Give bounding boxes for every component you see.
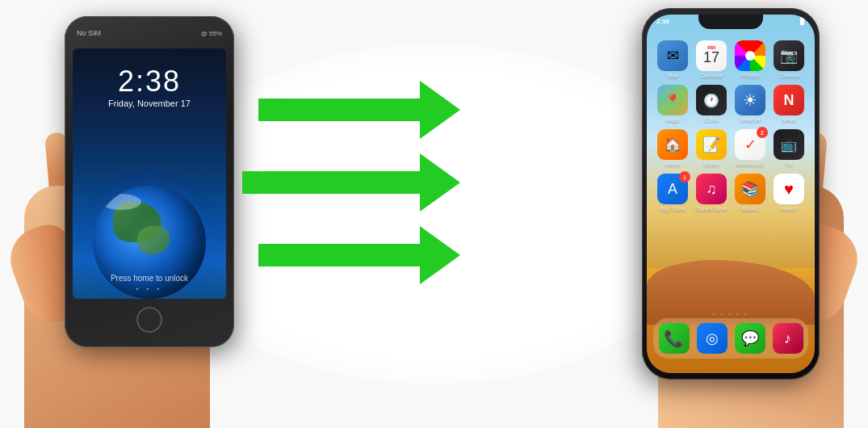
- app-weather-icon: ☀: [735, 85, 765, 115]
- dock-phone-icon: 📞: [659, 323, 690, 354]
- app-appstore[interactable]: A 1 App Store: [656, 174, 689, 212]
- app-photos[interactable]: Photos: [734, 40, 766, 78]
- app-itunes-label: iTunes Store: [695, 206, 727, 212]
- appstore-badge: 1: [679, 171, 690, 183]
- arrow-1-body: [258, 99, 420, 121]
- app-home-icon: 🏠: [657, 129, 688, 160]
- dock-music[interactable]: ♪: [772, 323, 803, 354]
- iphonex-screen: 2:38 ▊ ✉ Mail FRI: [647, 15, 815, 373]
- app-news-icon: N: [774, 85, 804, 115]
- app-maps[interactable]: 📍 Maps: [656, 85, 689, 123]
- app-tv-icon: 📺: [774, 129, 804, 160]
- dock-messages[interactable]: 💬: [734, 323, 765, 354]
- app-reminders-label: Reminders: [736, 162, 764, 167]
- app-maps-label: Maps: [665, 117, 679, 123]
- app-calendar-label: Calendar: [700, 73, 723, 78]
- iphonex-notch: [698, 15, 763, 29]
- app-ibooks-icon: 📚: [735, 174, 765, 204]
- transfer-arrows: [226, 65, 517, 307]
- app-notes-icon: 📝: [696, 129, 727, 160]
- app-home[interactable]: 🏠 Home: [656, 129, 689, 167]
- dock-music-icon: ♪: [773, 323, 803, 354]
- app-photos-icon: [735, 40, 765, 71]
- app-ibooks[interactable]: 📚 iBooks: [734, 174, 766, 212]
- dock-safari-icon: ◎: [697, 323, 728, 354]
- earth-cloud: [101, 194, 141, 210]
- arrow-2-body: [242, 171, 420, 194]
- app-reminders-icon: ✓ 2: [735, 129, 765, 160]
- app-weather-label: Weather: [740, 117, 761, 123]
- app-ibooks-label: iBooks: [741, 206, 758, 212]
- iphone7-body: No SIM @ 55% 2:38 Friday, November 17 Pr…: [65, 16, 234, 347]
- app-photos-label: Photos: [741, 73, 759, 78]
- arrow-1-head: [420, 81, 460, 139]
- unlock-text: Press home to unlock: [73, 274, 226, 283]
- reminders-badge: 2: [757, 127, 768, 138]
- app-calendar[interactable]: FRI 17 Calendar: [695, 40, 728, 78]
- app-camera-label: Camera: [779, 73, 799, 78]
- app-clock-label: Clock: [704, 117, 719, 123]
- dock-messages-icon: 💬: [735, 323, 765, 354]
- app-health-icon: ♥: [774, 174, 804, 204]
- app-appstore-icon: A 1: [657, 174, 688, 204]
- app-notes[interactable]: 📝 Notes: [695, 129, 728, 167]
- app-health[interactable]: ♥ Health: [773, 174, 805, 212]
- app-calendar-icon: FRI 17: [696, 40, 727, 71]
- app-mail-label: Mail: [668, 73, 678, 78]
- dock-phone[interactable]: 📞: [658, 323, 690, 354]
- app-mail-icon: ✉: [657, 40, 688, 71]
- app-camera[interactable]: 📷 Camera: [773, 40, 805, 78]
- arrow-3-body: [258, 244, 420, 266]
- app-news[interactable]: N News: [773, 85, 805, 123]
- page-dots: • • •: [73, 285, 226, 292]
- lock-date: Friday, November 17: [73, 99, 226, 108]
- app-mail[interactable]: ✉ Mail: [656, 40, 689, 78]
- app-home-label: Home: [665, 162, 681, 167]
- dock-safari[interactable]: ◎: [696, 323, 728, 354]
- iphonex: 2:38 ▊ ✉ Mail FRI: [642, 8, 820, 380]
- app-itunes[interactable]: ♫ iTunes Store: [695, 174, 728, 212]
- iphonex-battery-icon: ▊: [800, 18, 805, 25]
- app-tv-label: TV: [786, 162, 793, 167]
- app-clock-icon: 🕐: [696, 85, 727, 115]
- arrow-2: [242, 153, 460, 212]
- iphonex-time: 2:38: [656, 18, 669, 25]
- arrow-2-head: [420, 153, 460, 212]
- app-itunes-icon: ♫: [696, 174, 727, 204]
- lock-time: 2:38: [73, 65, 226, 99]
- arrow-1: [258, 81, 460, 139]
- app-clock[interactable]: 🕐 Clock: [695, 85, 728, 123]
- app-camera-icon: 📷: [774, 40, 804, 71]
- battery-indicator: @ 55%: [201, 30, 222, 37]
- app-tv[interactable]: 📺 TV: [773, 129, 805, 167]
- app-news-label: News: [782, 117, 796, 123]
- app-reminders[interactable]: ✓ 2 Reminders: [734, 129, 766, 167]
- iphone7-home-button[interactable]: [136, 307, 162, 333]
- arrow-3: [258, 226, 460, 284]
- earth-land-2: [137, 226, 170, 254]
- app-dock: 📞 ◎ 💬 ♪: [653, 318, 808, 359]
- scene: No SIM @ 55% 2:38 Friday, November 17 Pr…: [0, 0, 868, 428]
- app-appstore-label: App Store: [660, 206, 685, 212]
- iphonex-body: 2:38 ▊ ✉ Mail FRI: [642, 8, 820, 380]
- iphone7-screen: 2:38 Friday, November 17 Press home to u…: [73, 48, 226, 299]
- app-notes-label: Notes: [704, 162, 719, 167]
- home-screen-dots: • • • • •: [647, 312, 815, 317]
- app-health-label: Health: [781, 206, 797, 212]
- arrow-3-head: [420, 226, 460, 284]
- iphone7-status-bar: No SIM @ 55%: [77, 29, 222, 37]
- no-sim-indicator: No SIM: [77, 29, 101, 37]
- iphone7: No SIM @ 55% 2:38 Friday, November 17 Pr…: [65, 16, 234, 347]
- app-grid: ✉ Mail FRI 17 Calendar: [653, 37, 808, 215]
- app-maps-icon: 📍: [657, 85, 688, 115]
- app-weather[interactable]: ☀ Weather: [734, 85, 766, 123]
